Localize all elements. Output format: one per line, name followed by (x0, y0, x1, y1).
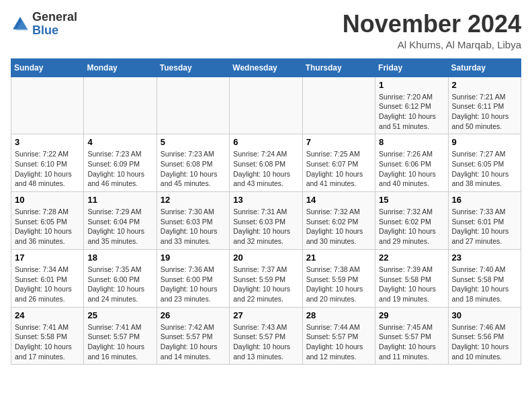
logo-blue-text: Blue (32, 24, 58, 37)
calendar-cell-1-1 (11, 77, 84, 134)
weekday-header-monday: Monday (84, 58, 157, 77)
day-number: 5 (161, 137, 226, 147)
calendar-cell-1-3 (157, 77, 229, 134)
day-number: 28 (306, 310, 371, 320)
day-number: 12 (161, 195, 226, 205)
day-number: 2 (452, 80, 517, 90)
cell-content: Sunrise: 7:43 AM Sunset: 5:57 PM Dayligh… (233, 322, 298, 362)
calendar-cell-4-6: 22Sunrise: 7:39 AM Sunset: 5:58 PM Dayli… (375, 249, 448, 307)
day-number: 10 (15, 195, 80, 205)
calendar-week-3: 10Sunrise: 7:28 AM Sunset: 6:05 PM Dayli… (11, 192, 521, 250)
header: General Blue November 2024 Al Khums, Al … (11, 11, 521, 50)
cell-content: Sunrise: 7:42 AM Sunset: 5:57 PM Dayligh… (161, 322, 226, 362)
weekday-header-thursday: Thursday (302, 58, 375, 77)
cell-content: Sunrise: 7:45 AM Sunset: 5:57 PM Dayligh… (379, 322, 444, 362)
cell-content: Sunrise: 7:36 AM Sunset: 6:00 PM Dayligh… (161, 265, 226, 304)
calendar-cell-1-7: 2Sunrise: 7:21 AM Sunset: 6:11 PM Daylig… (448, 77, 521, 134)
calendar-cell-4-3: 19Sunrise: 7:36 AM Sunset: 6:00 PM Dayli… (157, 249, 229, 307)
day-number: 30 (452, 310, 517, 320)
calendar-cell-3-4: 13Sunrise: 7:31 AM Sunset: 6:03 PM Dayli… (230, 192, 302, 250)
calendar-table: SundayMondayTuesdayWednesdayThursdayFrid… (11, 58, 521, 365)
day-number: 19 (161, 253, 226, 263)
day-number: 24 (15, 310, 80, 320)
cell-content: Sunrise: 7:27 AM Sunset: 6:05 PM Dayligh… (452, 149, 517, 189)
day-number: 20 (233, 253, 298, 263)
weekday-header-saturday: Saturday (448, 58, 521, 77)
cell-content: Sunrise: 7:32 AM Sunset: 6:02 PM Dayligh… (379, 207, 444, 246)
day-number: 13 (233, 195, 298, 205)
day-number: 18 (87, 253, 152, 263)
calendar-cell-5-7: 30Sunrise: 7:46 AM Sunset: 5:56 PM Dayli… (448, 307, 521, 365)
day-number: 9 (452, 137, 517, 147)
calendar-cell-5-4: 27Sunrise: 7:43 AM Sunset: 5:57 PM Dayli… (230, 307, 302, 365)
logo: General Blue (11, 11, 77, 38)
day-number: 21 (306, 253, 371, 263)
cell-content: Sunrise: 7:37 AM Sunset: 5:59 PM Dayligh… (233, 265, 298, 304)
calendar-cell-4-1: 17Sunrise: 7:34 AM Sunset: 6:01 PM Dayli… (11, 249, 84, 307)
day-number: 16 (452, 195, 517, 205)
cell-content: Sunrise: 7:32 AM Sunset: 6:02 PM Dayligh… (306, 207, 371, 246)
calendar-cell-5-1: 24Sunrise: 7:41 AM Sunset: 5:58 PM Dayli… (11, 307, 84, 365)
calendar-cell-5-6: 29Sunrise: 7:45 AM Sunset: 5:57 PM Dayli… (375, 307, 448, 365)
day-number: 25 (87, 310, 152, 320)
day-number: 3 (15, 137, 80, 147)
calendar-cell-4-4: 20Sunrise: 7:37 AM Sunset: 5:59 PM Dayli… (230, 249, 302, 307)
location: Al Khums, Al Marqab, Libya (343, 39, 521, 50)
cell-content: Sunrise: 7:22 AM Sunset: 6:10 PM Dayligh… (15, 149, 80, 189)
day-number: 15 (379, 195, 444, 205)
calendar-cell-3-5: 14Sunrise: 7:32 AM Sunset: 6:02 PM Dayli… (302, 192, 375, 250)
day-number: 17 (15, 253, 80, 263)
calendar-cell-4-5: 21Sunrise: 7:38 AM Sunset: 5:59 PM Dayli… (302, 249, 375, 307)
cell-content: Sunrise: 7:21 AM Sunset: 6:11 PM Dayligh… (452, 92, 517, 132)
calendar-cell-1-5 (302, 77, 375, 134)
cell-content: Sunrise: 7:28 AM Sunset: 6:05 PM Dayligh… (15, 207, 80, 246)
calendar-cell-2-5: 7Sunrise: 7:25 AM Sunset: 6:07 PM Daylig… (302, 134, 375, 192)
calendar-week-5: 24Sunrise: 7:41 AM Sunset: 5:58 PM Dayli… (11, 307, 521, 365)
day-number: 11 (87, 195, 152, 205)
calendar-cell-3-1: 10Sunrise: 7:28 AM Sunset: 6:05 PM Dayli… (11, 192, 84, 250)
cell-content: Sunrise: 7:39 AM Sunset: 5:58 PM Dayligh… (379, 265, 444, 304)
calendar-cell-3-6: 15Sunrise: 7:32 AM Sunset: 6:02 PM Dayli… (375, 192, 448, 250)
cell-content: Sunrise: 7:26 AM Sunset: 6:06 PM Dayligh… (379, 149, 444, 189)
calendar-cell-5-2: 25Sunrise: 7:41 AM Sunset: 5:57 PM Dayli… (84, 307, 157, 365)
calendar-cell-2-1: 3Sunrise: 7:22 AM Sunset: 6:10 PM Daylig… (11, 134, 84, 192)
day-number: 7 (306, 137, 371, 147)
cell-content: Sunrise: 7:35 AM Sunset: 6:00 PM Dayligh… (87, 265, 152, 304)
cell-content: Sunrise: 7:40 AM Sunset: 5:58 PM Dayligh… (452, 265, 517, 304)
logo-general-text: General (32, 10, 77, 24)
cell-content: Sunrise: 7:23 AM Sunset: 6:08 PM Dayligh… (161, 149, 226, 189)
cell-content: Sunrise: 7:31 AM Sunset: 6:03 PM Dayligh… (233, 207, 298, 246)
day-number: 8 (379, 137, 444, 147)
calendar-week-1: 1Sunrise: 7:20 AM Sunset: 6:12 PM Daylig… (11, 77, 521, 134)
cell-content: Sunrise: 7:41 AM Sunset: 5:58 PM Dayligh… (15, 322, 80, 362)
cell-content: Sunrise: 7:38 AM Sunset: 5:59 PM Dayligh… (306, 265, 371, 304)
cell-content: Sunrise: 7:34 AM Sunset: 6:01 PM Dayligh… (15, 265, 80, 304)
cell-content: Sunrise: 7:24 AM Sunset: 6:08 PM Dayligh… (233, 149, 298, 189)
calendar-cell-4-7: 23Sunrise: 7:40 AM Sunset: 5:58 PM Dayli… (448, 249, 521, 307)
calendar-cell-2-7: 9Sunrise: 7:27 AM Sunset: 6:05 PM Daylig… (448, 134, 521, 192)
cell-content: Sunrise: 7:44 AM Sunset: 5:57 PM Dayligh… (306, 322, 371, 362)
weekday-header-tuesday: Tuesday (157, 58, 229, 77)
calendar-cell-1-6: 1Sunrise: 7:20 AM Sunset: 6:12 PM Daylig… (375, 77, 448, 134)
day-number: 26 (161, 310, 226, 320)
day-number: 29 (379, 310, 444, 320)
day-number: 14 (306, 195, 371, 205)
calendar-cell-5-5: 28Sunrise: 7:44 AM Sunset: 5:57 PM Dayli… (302, 307, 375, 365)
weekday-header-sunday: Sunday (11, 58, 84, 77)
weekday-header-row: SundayMondayTuesdayWednesdayThursdayFrid… (11, 58, 521, 77)
calendar-cell-2-3: 5Sunrise: 7:23 AM Sunset: 6:08 PM Daylig… (157, 134, 229, 192)
cell-content: Sunrise: 7:29 AM Sunset: 6:04 PM Dayligh… (87, 207, 152, 246)
weekday-header-wednesday: Wednesday (230, 58, 302, 77)
calendar-cell-3-2: 11Sunrise: 7:29 AM Sunset: 6:04 PM Dayli… (84, 192, 157, 250)
weekday-header-friday: Friday (375, 58, 448, 77)
calendar-cell-5-3: 26Sunrise: 7:42 AM Sunset: 5:57 PM Dayli… (157, 307, 229, 365)
cell-content: Sunrise: 7:25 AM Sunset: 6:07 PM Dayligh… (306, 149, 371, 189)
cell-content: Sunrise: 7:33 AM Sunset: 6:01 PM Dayligh… (452, 207, 517, 246)
logo-text: General Blue (32, 11, 77, 38)
logo-icon (11, 15, 30, 34)
month-year: November 2024 (343, 11, 521, 38)
cell-content: Sunrise: 7:23 AM Sunset: 6:09 PM Dayligh… (87, 149, 152, 189)
day-number: 27 (233, 310, 298, 320)
calendar-cell-2-6: 8Sunrise: 7:26 AM Sunset: 6:06 PM Daylig… (375, 134, 448, 192)
cell-content: Sunrise: 7:30 AM Sunset: 6:03 PM Dayligh… (161, 207, 226, 246)
